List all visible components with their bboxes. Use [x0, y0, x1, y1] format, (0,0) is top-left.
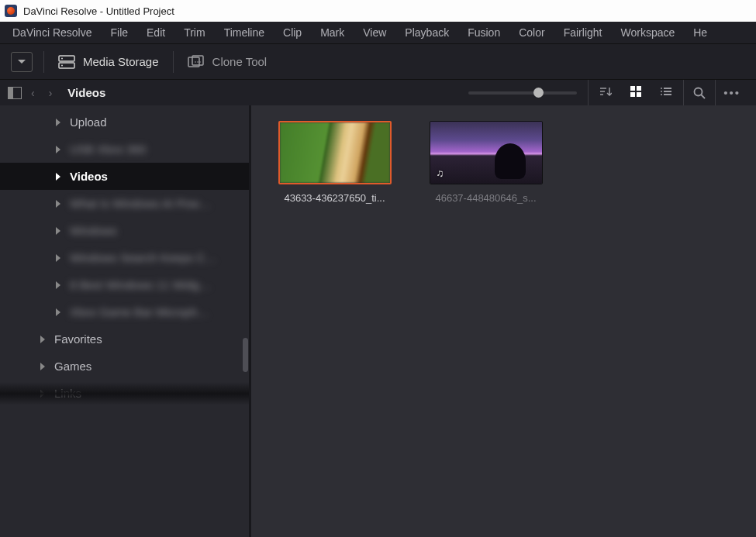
toolbar-dropdown-button[interactable] — [11, 52, 33, 72]
clone-icon — [188, 55, 205, 69]
tree-item-favorites[interactable]: Favorites — [0, 325, 251, 353]
scrollbar-thumb[interactable] — [243, 338, 248, 372]
thumbnail-size-slider[interactable] — [468, 91, 577, 95]
clone-tool-label: Clone Tool — [212, 55, 268, 68]
tree-item[interactable]: What Is Windows AI Pow… — [0, 190, 251, 217]
menu-edit[interactable]: Edit — [137, 23, 174, 42]
music-note-icon: ♫ — [437, 167, 444, 179]
chevron-right-icon — [56, 227, 60, 235]
svg-rect-9 — [630, 86, 635, 91]
svg-rect-12 — [637, 92, 641, 97]
window-titlebar: DaVinci Resolve - Untitled Project — [0, 0, 756, 22]
menu-mark[interactable]: Mark — [311, 23, 354, 42]
menu-clip[interactable]: Clip — [274, 23, 311, 42]
svg-point-7 — [197, 61, 198, 63]
media-storage-label: Media Storage — [83, 55, 159, 68]
tree-item[interactable]: USB Xbox 360 — [0, 136, 251, 163]
svg-point-2 — [61, 57, 63, 59]
svg-rect-10 — [637, 86, 641, 91]
shadow — [0, 382, 251, 405]
menu-file[interactable]: File — [101, 23, 137, 42]
chevron-right-icon — [56, 254, 60, 262]
menu-bar: DaVinci Resolve File Edit Trim Timeline … — [0, 22, 756, 43]
tree-item-games[interactable]: Games — [0, 353, 251, 380]
clip-item[interactable]: 43633-436237650_ti... — [274, 121, 395, 204]
drive-icon — [58, 55, 75, 69]
tree-item[interactable]: Xbox Game Bar Microph… — [0, 298, 251, 325]
slider-thumb[interactable] — [533, 88, 544, 98]
svg-rect-11 — [630, 92, 635, 97]
chevron-right-icon — [56, 173, 60, 181]
svg-line-20 — [702, 95, 706, 98]
tree-label: 8 Best Windows 11 Widg… — [70, 278, 211, 291]
path-title: Videos — [67, 86, 105, 99]
tree-label: Upload — [70, 115, 107, 129]
menu-timeline[interactable]: Timeline — [215, 23, 274, 42]
chevron-right-icon — [56, 146, 60, 153]
menu-help[interactable]: He — [684, 23, 716, 42]
chevron-right-icon — [56, 281, 60, 289]
clone-tool-button[interactable]: Clone Tool — [174, 44, 281, 79]
svg-rect-16 — [664, 91, 671, 92]
clip-grid: 43633-436237650_ti... ♫ 46637-448480646_… — [251, 105, 756, 537]
folder-tree: Upload USB Xbox 360 Videos What Is Windo… — [0, 105, 251, 407]
menu-trim[interactable]: Trim — [174, 23, 214, 42]
tree-label: Windows — [70, 224, 117, 237]
tree-label: USB Xbox 360 — [70, 143, 146, 156]
sidebar: Upload USB Xbox 360 Videos What Is Windo… — [0, 105, 251, 537]
tree-item[interactable]: 8 Best Windows 11 Widg… — [0, 271, 251, 298]
tree-item[interactable]: Windows Search Keeps C… — [0, 244, 251, 271]
menu-view[interactable]: View — [354, 23, 395, 42]
svg-point-8 — [199, 61, 201, 63]
svg-point-17 — [661, 94, 662, 95]
clip-item[interactable]: ♫ 46637-448480646_s... — [426, 121, 546, 204]
clip-label: 46637-448480646_s... — [435, 192, 536, 204]
chevron-right-icon — [40, 363, 45, 370]
tree-label: Videos — [70, 170, 108, 183]
chevron-right-icon — [40, 336, 45, 343]
clip-label: 43633-436237650_ti... — [284, 192, 385, 204]
svg-point-13 — [661, 88, 662, 89]
clip-thumbnail[interactable]: ♫ — [430, 121, 543, 184]
grid-view-button[interactable] — [626, 86, 646, 99]
list-view-button[interactable] — [655, 86, 677, 99]
tree-item-upload[interactable]: Upload — [0, 108, 251, 136]
chevron-right-icon — [56, 200, 60, 208]
menu-workspace[interactable]: Workspace — [611, 23, 684, 42]
nav-row: ‹ › Videos ••• — [0, 79, 756, 105]
tree-label: Favorites — [54, 332, 102, 346]
pane-divider[interactable] — [249, 105, 251, 537]
nav-forward-button[interactable]: › — [44, 87, 57, 99]
panel-toggle-button[interactable] — [8, 87, 22, 99]
menu-playback[interactable]: Playback — [395, 23, 458, 42]
svg-point-6 — [195, 61, 196, 63]
tree-label: Xbox Game Bar Microph… — [70, 305, 209, 318]
thumbnail-image — [280, 122, 390, 183]
chevron-right-icon — [56, 308, 60, 316]
app-icon — [5, 5, 17, 17]
thumbnail-image — [430, 122, 542, 184]
clip-thumbnail[interactable] — [278, 121, 392, 184]
svg-point-3 — [61, 64, 63, 66]
svg-rect-18 — [664, 94, 671, 95]
search-button[interactable] — [684, 80, 716, 106]
tree-item-videos[interactable]: Videos — [0, 163, 251, 190]
svg-point-15 — [661, 91, 662, 92]
toolbar: Media Storage Clone Tool — [0, 43, 756, 79]
media-storage-button[interactable]: Media Storage — [44, 44, 173, 79]
chevron-down-icon — [18, 60, 26, 64]
menu-fairlight[interactable]: Fairlight — [554, 23, 612, 42]
more-options-button[interactable]: ••• — [716, 86, 748, 99]
tree-item[interactable]: Windows — [0, 217, 251, 244]
nav-back-button[interactable]: ‹ — [26, 87, 40, 99]
window-title: DaVinci Resolve - Untitled Project — [23, 5, 174, 17]
chevron-right-icon — [56, 119, 60, 126]
svg-rect-14 — [664, 88, 671, 89]
sort-button[interactable] — [595, 86, 616, 99]
menu-fusion[interactable]: Fusion — [458, 23, 509, 42]
menu-color[interactable]: Color — [509, 23, 554, 42]
svg-point-19 — [695, 88, 702, 95]
tree-label: Windows Search Keeps C… — [70, 251, 216, 264]
menu-davinci-resolve[interactable]: DaVinci Resolve — [3, 23, 101, 42]
tree-label: Games — [54, 360, 91, 373]
